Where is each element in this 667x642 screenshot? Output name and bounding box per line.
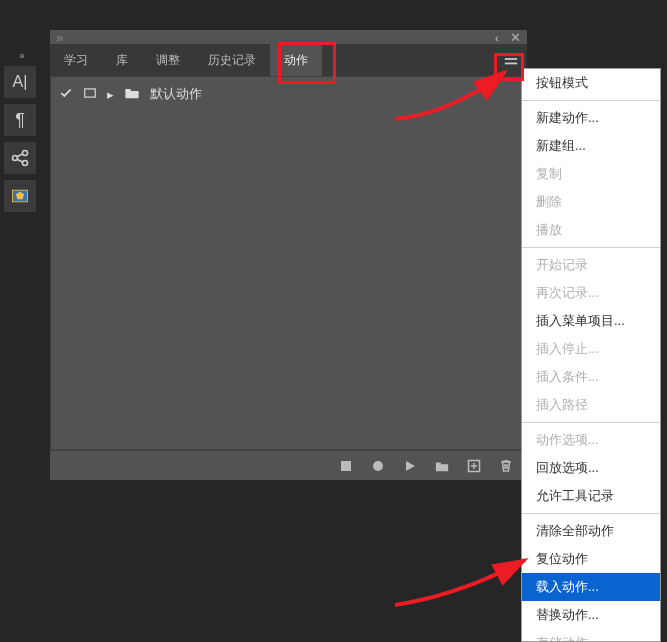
menu-item: 复制	[522, 160, 660, 188]
menu-separator	[522, 100, 660, 101]
menu-item: 删除	[522, 188, 660, 216]
stop-icon[interactable]	[339, 459, 353, 473]
svg-marker-12	[406, 461, 415, 471]
menu-item[interactable]: 新建动作...	[522, 104, 660, 132]
svg-rect-10	[341, 461, 351, 471]
svg-line-4	[17, 159, 23, 162]
menu-item: 开始记录	[522, 251, 660, 279]
dialog-toggle-icon[interactable]	[83, 86, 97, 103]
panel-footer	[50, 450, 527, 480]
menu-item[interactable]: 替换动作...	[522, 601, 660, 629]
tab-learn[interactable]: 学习	[50, 44, 102, 76]
annotation-arrow-2	[390, 550, 540, 610]
expand-icon[interactable]: »	[56, 30, 63, 45]
new-folder-icon[interactable]	[435, 459, 449, 473]
share-icon[interactable]	[4, 142, 36, 174]
menu-separator	[522, 247, 660, 248]
panel-tabs: 学习 库 调整 历史记录 动作	[50, 44, 527, 76]
action-set-label: 默认动作	[150, 85, 202, 103]
menu-item[interactable]: 载入动作...	[522, 573, 660, 601]
menu-item: 播放	[522, 216, 660, 244]
menu-item[interactable]: 新建组...	[522, 132, 660, 160]
menu-item: 动作选项...	[522, 426, 660, 454]
new-action-icon[interactable]	[467, 459, 481, 473]
menu-item: 插入条件...	[522, 363, 660, 391]
record-icon[interactable]	[371, 459, 385, 473]
toggle-check-icon[interactable]	[59, 86, 73, 103]
panel-content: ▸ 默认动作	[50, 76, 527, 450]
tab-libraries[interactable]: 库	[102, 44, 142, 76]
panel-header: » ‹‹ ✕	[50, 30, 527, 44]
trash-icon[interactable]	[499, 459, 513, 473]
menu-separator	[522, 513, 660, 514]
menu-item[interactable]: 回放选项...	[522, 454, 660, 482]
action-set-row[interactable]: ▸ 默认动作	[59, 83, 518, 105]
tab-adjustments[interactable]: 调整	[142, 44, 194, 76]
character-panel-icon[interactable]: A|	[4, 66, 36, 98]
svg-point-11	[373, 461, 383, 471]
svg-line-3	[17, 154, 23, 157]
tab-actions[interactable]: 动作	[270, 44, 322, 76]
tab-history[interactable]: 历史记录	[194, 44, 270, 76]
panel-flyout-menu: 按钮模式新建动作...新建组...复制删除播放开始记录再次记录...插入菜单项目…	[521, 68, 661, 642]
svg-rect-9	[85, 88, 96, 96]
svg-point-2	[23, 161, 28, 166]
menu-item: 插入停止...	[522, 335, 660, 363]
emblem-icon[interactable]	[4, 180, 36, 212]
menu-item[interactable]: 按钮模式	[522, 69, 660, 97]
panel-menu-icon[interactable]	[501, 50, 521, 68]
menu-item[interactable]: 复位动作	[522, 545, 660, 573]
menu-item: 插入路径	[522, 391, 660, 419]
menu-item: 存储动作...	[522, 629, 660, 642]
svg-point-0	[13, 156, 18, 161]
collapse-icon[interactable]: ‹‹	[495, 33, 496, 44]
sidebar: » A| ¶	[4, 50, 40, 216]
actions-panel: » ‹‹ ✕ 学习 库 调整 历史记录 动作 ▸ 默认动作	[50, 30, 527, 480]
expand-chevron-icon[interactable]: ▸	[107, 87, 114, 102]
menu-separator	[522, 422, 660, 423]
close-icon[interactable]: ✕	[510, 30, 521, 45]
menu-item[interactable]: 插入菜单项目...	[522, 307, 660, 335]
expand-toggle[interactable]: »	[4, 50, 40, 64]
paragraph-panel-icon[interactable]: ¶	[4, 104, 36, 136]
menu-item[interactable]: 清除全部动作	[522, 517, 660, 545]
folder-icon	[124, 86, 140, 103]
menu-item[interactable]: 允许工具记录	[522, 482, 660, 510]
play-icon[interactable]	[403, 459, 417, 473]
menu-item: 再次记录...	[522, 279, 660, 307]
svg-point-1	[23, 151, 28, 156]
